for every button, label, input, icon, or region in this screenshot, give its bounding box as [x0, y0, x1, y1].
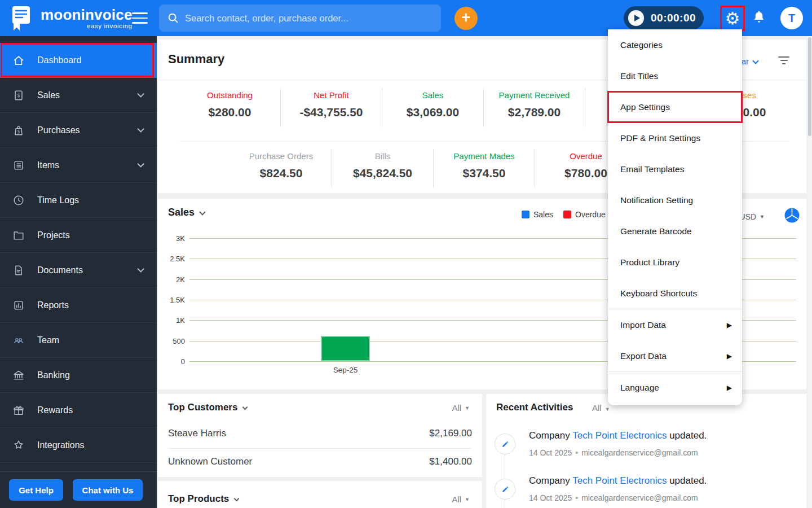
- sidebar-item-documents[interactable]: Documents: [0, 253, 157, 288]
- top-products-filter[interactable]: All▼: [452, 494, 470, 504]
- page-scrollbar: [807, 36, 812, 508]
- y-axis-tick: 2K: [161, 275, 185, 284]
- notifications-bell-icon[interactable]: [752, 10, 766, 27]
- customer-row[interactable]: Unknown Customer$1,400.00: [168, 456, 472, 467]
- menu-item-edit-titles[interactable]: Edit Titles: [608, 60, 742, 91]
- sidebar-item-banking[interactable]: Banking: [0, 358, 157, 393]
- edit-activity-icon[interactable]: [495, 433, 515, 454]
- activity-meta: 14 Oct 2025•micealgardenservice@gmail.co…: [529, 448, 698, 457]
- top-customers-filter[interactable]: All▼: [452, 403, 470, 413]
- hamburger-menu-icon[interactable]: [132, 12, 148, 27]
- shopping-bag-icon: $: [12, 124, 25, 137]
- sales-invoice-icon: $: [12, 89, 25, 102]
- recent-activities-title: Recent Activities: [496, 402, 573, 413]
- svg-text:$: $: [17, 129, 20, 134]
- menu-item-language[interactable]: Language▶: [608, 372, 742, 403]
- summary-card-bills: Bills $45,824.50: [332, 149, 434, 188]
- play-icon[interactable]: [628, 10, 644, 26]
- menu-item-export-data[interactable]: Export Data▶: [608, 340, 742, 371]
- summary-card-payment-received: Payment Received $2,789.00: [484, 88, 585, 127]
- activity-text: Company Tech Point Electronics updated.: [529, 475, 707, 487]
- sidebar-item-team[interactable]: Team: [0, 323, 157, 358]
- legend-overdue: Overdue: [563, 210, 606, 219]
- sidebar-item-purchases[interactable]: $ Purchases: [0, 113, 157, 148]
- app-logo[interactable]: mooninvoice easy invoicing: [8, 5, 133, 32]
- settings-annotation-box: ⚙: [720, 6, 745, 31]
- chevron-down-icon: [137, 160, 144, 168]
- summary-card-outstanding: Outstanding $280.00: [179, 88, 281, 127]
- user-avatar[interactable]: T: [780, 7, 803, 29]
- menu-item-email-templates[interactable]: Email Templates: [608, 154, 742, 185]
- chevron-down-icon: [137, 125, 144, 133]
- folder-icon: [12, 229, 25, 242]
- menu-item-categories[interactable]: Categories: [608, 29, 742, 60]
- top-customers-title[interactable]: Top Customers: [168, 402, 247, 413]
- sidebar-item-label: Dashboard: [37, 55, 81, 65]
- company-link[interactable]: Tech Point Electronics: [572, 430, 667, 441]
- settings-dropdown-menu: Categories Edit Titles App Settings PDF …: [608, 29, 742, 405]
- team-people-icon: [12, 334, 25, 347]
- y-axis-tick: 2.5K: [161, 255, 185, 263]
- customer-row[interactable]: Steave Harris$2,169.00: [168, 428, 472, 439]
- sidebar-item-label: Purchases: [37, 125, 80, 135]
- gear-icon[interactable]: ⚙: [725, 10, 740, 27]
- menu-item-app-settings[interactable]: App Settings: [608, 91, 742, 122]
- x-axis-label: Sep-25: [321, 366, 370, 374]
- chart-bar-paid-sep25[interactable]: [321, 336, 370, 361]
- menu-item-pdf-print-settings[interactable]: PDF & Print Settings: [608, 122, 742, 154]
- bar-chart-icon: [12, 299, 25, 312]
- sidebar-item-rewards[interactable]: Rewards: [0, 393, 157, 428]
- menu-item-keyboard-shortcuts[interactable]: Keyboard Shortcuts: [608, 278, 742, 309]
- legend-swatch-sales: [522, 211, 529, 218]
- home-icon: [12, 54, 25, 67]
- menu-item-notification-setting[interactable]: Notification Setting: [608, 185, 742, 216]
- currency-dropdown[interactable]: USD▼: [740, 212, 765, 221]
- time-tracker: 00:00:00: [624, 6, 704, 30]
- brand-name: mooninvoice: [41, 7, 133, 22]
- submenu-arrow-icon: ▶: [727, 384, 732, 392]
- legend-swatch-overdue: [563, 211, 571, 218]
- sales-chart-title[interactable]: Sales: [168, 207, 205, 218]
- menu-item-import-data[interactable]: Import Data▶: [608, 309, 742, 340]
- scrollbar-thumb[interactable]: [808, 37, 811, 136]
- chevron-down-icon: [137, 265, 144, 273]
- filter-icon[interactable]: [778, 56, 789, 67]
- recent-activities-filter[interactable]: All▼: [592, 403, 610, 413]
- summary-card-payment-mades: Payment Mades $374.50: [434, 149, 535, 188]
- menu-item-product-library[interactable]: Product Library: [608, 247, 742, 278]
- sidebar-item-dashboard[interactable]: Dashboard: [0, 43, 157, 78]
- pencil-icon: [501, 440, 510, 449]
- chevron-down-icon: [137, 90, 144, 98]
- sidebar-item-integrations[interactable]: Integrations: [0, 428, 157, 463]
- sidebar-item-label: Reports: [37, 300, 69, 310]
- gift-icon: [12, 404, 25, 417]
- menu-item-generate-barcode[interactable]: Generate Barcode: [608, 216, 742, 247]
- bank-icon: [12, 369, 25, 382]
- pencil-icon: [501, 485, 510, 494]
- sidebar-item-items[interactable]: Items: [0, 148, 157, 183]
- search-icon: [167, 12, 179, 24]
- search-input[interactable]: [185, 13, 433, 24]
- chevron-down-icon: [752, 58, 758, 64]
- legend-sales: Sales: [522, 210, 553, 219]
- company-link[interactable]: Tech Point Electronics: [572, 475, 667, 486]
- sidebar-item-label: Banking: [37, 370, 70, 380]
- activity-meta: 14 Oct 2025•micealgardenservice@gmail.co…: [529, 493, 698, 502]
- document-icon: [12, 264, 25, 277]
- top-products-title[interactable]: Top Products: [168, 493, 239, 505]
- sidebar-item-reports[interactable]: Reports: [0, 288, 157, 323]
- get-help-button[interactable]: Get Help: [9, 479, 63, 501]
- pie-chart-toggle-icon[interactable]: [784, 208, 800, 225]
- sidebar-item-label: Time Logs: [37, 195, 79, 205]
- chat-with-us-button[interactable]: Chat with Us: [73, 479, 143, 501]
- y-axis-tick: 0: [161, 357, 185, 366]
- recent-activities-card: Recent Activities All▼ Company Tech Poin…: [486, 394, 806, 508]
- chevron-down-icon: [242, 405, 248, 410]
- sidebar-item-sales[interactable]: $ Sales: [0, 78, 157, 113]
- edit-activity-icon[interactable]: [495, 479, 515, 500]
- sidebar-item-projects[interactable]: Projects: [0, 218, 157, 253]
- sidebar-item-time-logs[interactable]: Time Logs: [0, 183, 157, 218]
- sidebar-nav: Dashboard $ Sales $ Purchases Items Time…: [0, 36, 157, 508]
- timer-value: 00:00:00: [651, 12, 696, 24]
- quick-add-button[interactable]: +: [454, 7, 478, 30]
